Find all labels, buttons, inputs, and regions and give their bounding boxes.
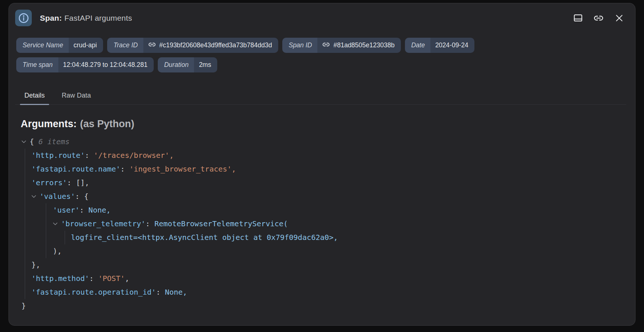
code-token-punc: { — [30, 137, 38, 146]
code-token-punc: : { — [75, 192, 88, 201]
attribute-badge: Trace ID#c193bf20608e43d9ffed3a73b784dd3… — [107, 38, 278, 53]
panel-header: Span:FastAPI arguments — [15, 10, 626, 26]
code-token-val: None, — [88, 206, 110, 214]
code-token-key: 'errors' — [31, 178, 67, 187]
code-token-punc: : — [146, 219, 154, 228]
code-line: 'values': { — [31, 190, 626, 203]
badge-value-text: 2ms — [199, 61, 211, 69]
span-attribute-badges: Service Namecrud-apiTrace ID#c193bf20608… — [16, 38, 626, 72]
arguments-heading-suffix: (as Python) — [80, 118, 134, 129]
code-block: { 6 items'http.route': '/traces/browser'… — [15, 135, 626, 313]
code-token-punc: : — [120, 165, 129, 173]
code-token-key: 'browser_telemetry' — [61, 219, 146, 228]
chevron-down-icon[interactable] — [21, 135, 30, 149]
code-line: 'fastapi.route.operation_id': None, — [31, 285, 626, 299]
code-token-punc: : — [85, 151, 94, 160]
code-token-meta: 6 items — [38, 137, 69, 146]
badge-value-text: 12:04:48.279 to 12:04:48.281 — [63, 61, 148, 69]
code-line: logfire_client=<httpx.AsyncClient object… — [71, 231, 626, 244]
code-token-punc: : [], — [67, 178, 89, 187]
code-token-punc: ), — [53, 247, 62, 255]
code-token-punc: : — [89, 274, 98, 283]
code-indent-group: 'http.route': '/traces/browser','fastapi… — [25, 149, 626, 299]
link-icon[interactable] — [148, 41, 156, 50]
code-token-str: '/traces/browser', — [94, 151, 174, 160]
code-line: 'user': None, — [53, 203, 626, 217]
attribute-badge: Time span12:04:48.279 to 12:04:48.281 — [16, 57, 154, 72]
chevron-down-icon[interactable] — [53, 217, 61, 231]
badge-label: Duration — [158, 57, 194, 72]
code-line: 'fastapi.route.name': 'ingest_browser_tr… — [31, 162, 626, 176]
code-token-key: 'http.method' — [31, 274, 89, 283]
close-icon[interactable] — [614, 13, 625, 24]
badge-value[interactable]: #c193bf20608e43d9ffed3a73b784dd3d — [143, 38, 278, 53]
span-detail-panel: Span:FastAPI arguments — [8, 3, 636, 326]
badge-row: Service Namecrud-apiTrace ID#c193bf20608… — [16, 38, 626, 53]
code-line: } — [21, 299, 626, 313]
badge-label: Span ID — [282, 38, 317, 53]
arguments-heading: Arguments: — [21, 118, 77, 129]
code-line: ), — [53, 244, 626, 258]
link-icon[interactable] — [322, 41, 330, 50]
code-indent-group: 'user': None,'browser_telemetry': Remote… — [46, 203, 626, 258]
code-token-key: 'fastapi.route.operation_id' — [31, 288, 156, 297]
panel-title-label: Span: — [40, 14, 62, 22]
header-actions — [572, 13, 626, 24]
tab-bar: DetailsRaw Data — [15, 88, 626, 105]
code-token-punc: }, — [31, 260, 40, 269]
panel-title: Span:FastAPI arguments — [40, 14, 132, 23]
attribute-badge: Date2024-09-24 — [405, 38, 475, 53]
attribute-badge: Service Namecrud-api — [16, 38, 103, 53]
code-token-key: 'fastapi.route.name' — [31, 165, 120, 173]
code-token-str: 'POST' — [98, 274, 125, 283]
code-token-key: 'user' — [53, 206, 79, 214]
code-indent-group: logfire_client=<httpx.AsyncClient object… — [65, 231, 626, 244]
badge-value-text: #81ad8505e123038b — [333, 41, 394, 49]
badge-label: Trace ID — [107, 38, 143, 53]
badge-label: Time span — [16, 57, 58, 72]
code-line: 'http.method': 'POST', — [31, 272, 626, 285]
attribute-badge: Duration2ms — [158, 57, 217, 72]
code-token-punc: : — [79, 206, 88, 214]
attribute-badge: Span ID#81ad8505e123038b — [282, 38, 401, 53]
badge-label: Date — [405, 38, 430, 53]
copy-link-icon[interactable] — [593, 13, 604, 24]
code-token-key: 'http.route' — [31, 151, 85, 160]
badge-value: 2024-09-24 — [430, 38, 475, 53]
code-line: 'browser_telemetry': RemoteBrowserTeleme… — [53, 217, 626, 231]
code-line: { 6 items — [21, 135, 626, 149]
badge-value: 12:04:48.279 to 12:04:48.281 — [58, 57, 154, 72]
tab-details[interactable]: Details — [23, 92, 46, 104]
code-line: }, — [31, 258, 626, 272]
code-token-val: RemoteBrowserTelemetryService( — [154, 219, 288, 228]
badge-value[interactable]: #81ad8505e123038b — [317, 38, 401, 53]
panel-bottom-icon[interactable] — [572, 13, 583, 24]
info-icon — [15, 10, 32, 26]
badge-value-text: crud-api — [74, 41, 97, 49]
badge-value: crud-api — [69, 38, 103, 53]
code-token-punc: } — [21, 301, 26, 310]
code-token-key: 'values' — [40, 192, 75, 201]
code-line: 'http.route': '/traces/browser', — [31, 149, 626, 162]
chevron-down-icon[interactable] — [31, 190, 40, 203]
code-token-punc: : — [156, 288, 165, 297]
badge-value: 2ms — [194, 57, 217, 72]
code-token-val: logfire_client=<httpx.AsyncClient object… — [71, 233, 338, 242]
code-token-punc: , — [125, 274, 129, 283]
section-heading: Arguments:(as Python) — [21, 118, 626, 130]
panel-title-value: FastAPI arguments — [64, 14, 132, 22]
code-line: 'errors': [], — [31, 176, 626, 190]
badge-value-text: #c193bf20608e43d9ffed3a73b784dd3d — [159, 41, 272, 49]
badge-row: Time span12:04:48.279 to 12:04:48.281Dur… — [16, 57, 626, 72]
badge-value-text: 2024-09-24 — [435, 41, 468, 49]
tab-raw-data[interactable]: Raw Data — [60, 92, 92, 104]
badge-label: Service Name — [16, 38, 69, 53]
code-token-str: 'ingest_browser_traces', — [129, 165, 236, 173]
code-token-val: None, — [165, 288, 187, 297]
